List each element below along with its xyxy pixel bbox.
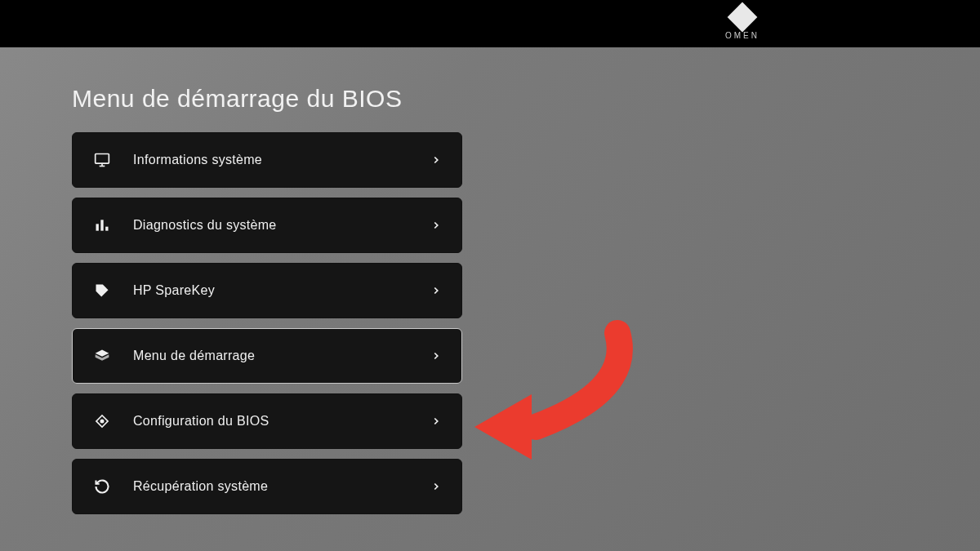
svg-rect-0 <box>96 154 109 164</box>
menu-item-bios-config[interactable]: Configuration du BIOS <box>72 393 462 449</box>
menu-item-system-info[interactable]: Informations système <box>72 132 462 188</box>
chart-icon <box>94 217 110 233</box>
brand-label: OMEN <box>725 31 760 40</box>
layers-icon <box>94 348 110 364</box>
menu-item-label: Diagnostics du système <box>133 218 429 233</box>
menu-item-recovery[interactable]: Récupération système <box>72 459 462 514</box>
menu-item-label: HP SpareKey <box>133 283 429 298</box>
svg-rect-4 <box>100 220 103 230</box>
chevron-right-icon <box>429 218 443 233</box>
menu-item-boot-menu[interactable]: Menu de démarrage <box>72 328 462 384</box>
content-area: Menu de démarrage du BIOS Informations s… <box>0 47 980 514</box>
svg-rect-5 <box>105 227 108 231</box>
svg-rect-3 <box>96 224 99 230</box>
chevron-right-icon <box>429 153 443 167</box>
menu-item-label: Récupération système <box>133 479 429 494</box>
monitor-icon <box>94 152 110 168</box>
topbar: OMEN <box>0 0 980 47</box>
menu-item-label: Menu de démarrage <box>133 349 429 363</box>
chevron-right-icon <box>429 414 443 429</box>
refresh-icon <box>94 478 110 495</box>
omen-diamond-icon <box>728 2 758 33</box>
menu-item-label: Informations système <box>133 153 429 167</box>
bios-menu: Informations système Diagnostics du syst… <box>72 132 462 514</box>
tag-icon <box>94 282 110 299</box>
chevron-right-icon <box>429 349 443 363</box>
menu-item-diagnostics[interactable]: Diagnostics du système <box>72 198 462 253</box>
page-title: Menu de démarrage du BIOS <box>72 85 980 113</box>
svg-point-9 <box>100 420 103 422</box>
menu-item-sparekey[interactable]: HP SpareKey <box>72 263 462 318</box>
chevron-right-icon <box>429 479 443 494</box>
chevron-right-icon <box>429 283 443 298</box>
menu-item-label: Configuration du BIOS <box>133 414 429 429</box>
brand-logo: OMEN <box>725 7 760 40</box>
diamond-icon <box>94 413 110 429</box>
